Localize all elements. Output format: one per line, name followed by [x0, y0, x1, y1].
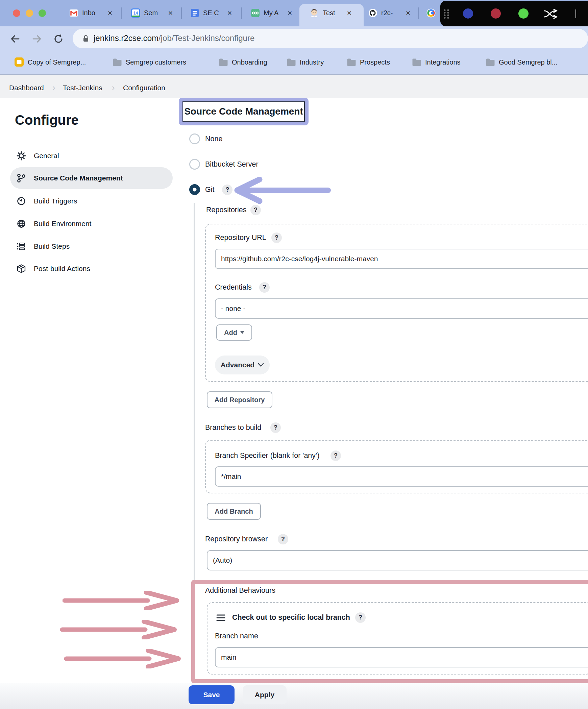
maximize-window-button[interactable] [39, 9, 46, 17]
section-title: Source Code Management [184, 106, 303, 117]
breadcrumb-item-dashboard[interactable]: Dashboard [9, 84, 44, 92]
sidebar-item-build-triggers[interactable]: Build Triggers [10, 190, 173, 212]
package-icon [16, 264, 26, 274]
gear-icon [16, 151, 26, 161]
folder-icon [412, 58, 421, 66]
tab-title[interactable]: Test [323, 9, 335, 17]
minimize-window-button[interactable] [26, 9, 33, 17]
shuffle-icon[interactable] [543, 9, 560, 19]
sidebar-item-build-environment[interactable]: Build Environment [10, 213, 173, 235]
breadcrumb: Dashboard › Test-Jenkins › Configuration [0, 74, 588, 98]
radio-label: None [205, 135, 222, 143]
tab-separator [181, 7, 182, 19]
sidebar-item-label: Source Code Management [34, 174, 123, 182]
help-badge[interactable]: ? [222, 185, 232, 195]
tab-close-icon[interactable]: ✕ [406, 10, 411, 16]
drag-handle-dots-icon[interactable] [443, 9, 450, 19]
advanced-button[interactable]: Advanced [215, 356, 270, 374]
bookmark-folder[interactable]: Prospects [360, 58, 390, 66]
tab-close-icon[interactable]: ✕ [287, 10, 292, 16]
docs-icon [190, 8, 199, 18]
tab-close-icon[interactable]: ✕ [347, 10, 352, 16]
breadcrumb-item-job[interactable]: Test-Jenkins [63, 84, 102, 92]
apply-button[interactable]: Apply [243, 685, 287, 704]
bookmark-folder[interactable]: Good Semgrep bl... [499, 58, 557, 66]
add-credentials-button[interactable]: Add [216, 324, 252, 341]
panel-separator [575, 9, 576, 18]
browser-tab-bar: Inbo ✕ 14 Sem ✕ SE C ✕ My A ✕ Test ✕ r2c… [0, 0, 588, 26]
help-badge[interactable]: ? [330, 450, 341, 461]
tab-title[interactable]: r2c- [381, 9, 393, 17]
scm-heading-annotation: Source Code Management [179, 98, 309, 125]
sidebar-item-post-build-actions[interactable]: Post-build Actions [10, 258, 173, 279]
sidebar-item-build-steps[interactable]: Build Steps [10, 236, 173, 257]
tab-title[interactable]: Inbo [82, 9, 95, 17]
help-badge[interactable]: ? [271, 233, 282, 243]
chevron-right-icon: › [52, 83, 55, 92]
tab-separator [418, 7, 419, 19]
back-icon[interactable] [9, 33, 21, 45]
git-branch-icon [16, 173, 26, 183]
jenkins-icon [310, 8, 319, 18]
scm-option-none[interactable]: None [189, 133, 222, 144]
address-bar[interactable]: jenkins.r2cse.com/job/Test-Jenkins/confi… [73, 29, 588, 48]
help-badge[interactable]: ? [270, 422, 281, 433]
lock-icon[interactable] [83, 34, 89, 43]
pink-arrow-annotation [63, 591, 180, 610]
google-icon[interactable] [426, 8, 436, 18]
radio-bitbucket[interactable] [189, 159, 200, 170]
repository-url-label: Repository URL [215, 234, 266, 242]
sidebar-item-label: General [34, 152, 59, 160]
github-icon [368, 8, 377, 18]
add-repository-label: Add Repository [215, 396, 265, 404]
bookmark-folder[interactable]: Onboarding [232, 58, 267, 66]
save-button[interactable]: Save [189, 685, 235, 704]
help-badge[interactable]: ? [278, 534, 288, 544]
red-dot-button[interactable] [491, 8, 501, 19]
bookmark-folder[interactable]: Industry [300, 58, 324, 66]
green-dot-button[interactable] [518, 8, 529, 19]
tab-title[interactable]: SE C [203, 9, 219, 17]
folder-icon [113, 58, 122, 66]
add-repository-button[interactable]: Add Repository [207, 391, 272, 408]
blue-dot-button[interactable] [463, 8, 473, 19]
help-badge[interactable]: ? [250, 205, 261, 215]
forward-icon[interactable] [31, 33, 43, 45]
scm-option-bitbucket[interactable]: Bitbucket Server [189, 159, 259, 170]
tab-close-icon[interactable]: ✕ [107, 10, 113, 16]
add-branch-button[interactable]: Add Branch [207, 503, 261, 520]
screen-recorder-panel [440, 1, 588, 26]
repository-url-input[interactable] [215, 249, 588, 269]
repository-browser-select[interactable]: (Auto) [207, 550, 588, 570]
tab-close-icon[interactable]: ✕ [227, 10, 232, 16]
advanced-button-label: Advanced [221, 361, 254, 369]
credentials-select[interactable]: - none - [215, 298, 588, 319]
folder-icon [347, 58, 356, 66]
radio-git[interactable] [189, 184, 200, 195]
tab-title[interactable]: My A [264, 9, 278, 17]
bookmark-folder[interactable]: Semgrep customers [126, 58, 186, 66]
bookmark-folder[interactable]: Integrations [425, 58, 461, 66]
reload-icon[interactable] [53, 33, 64, 45]
sidebar-item-general[interactable]: General [10, 145, 173, 167]
folder-icon [219, 58, 228, 66]
globe-icon [16, 219, 26, 229]
close-window-button[interactable] [13, 9, 20, 17]
branch-specifier-input[interactable] [215, 466, 588, 487]
tab-close-icon[interactable]: ✕ [168, 10, 173, 16]
pink-arrow-annotation [60, 620, 178, 639]
radio-none[interactable] [189, 133, 200, 144]
sidebar-item-label: Build Steps [34, 242, 70, 250]
repository-browser-label: Repository browser [205, 535, 268, 543]
sidebar-item-source-code-management[interactable]: Source Code Management [10, 167, 173, 189]
folder-icon [486, 58, 495, 66]
slides-icon [14, 57, 24, 67]
bookmark-item[interactable]: Copy of Semgrep... [28, 58, 86, 66]
tab-title[interactable]: Sem [144, 9, 158, 17]
help-badge[interactable]: ? [259, 282, 270, 293]
sidebar-item-label: Build Triggers [34, 197, 77, 205]
chevron-down-icon [258, 363, 264, 367]
breadcrumb-item-configuration[interactable]: Configuration [123, 84, 165, 92]
footer-strip [0, 683, 588, 709]
scm-option-git[interactable]: Git ? [189, 184, 232, 195]
